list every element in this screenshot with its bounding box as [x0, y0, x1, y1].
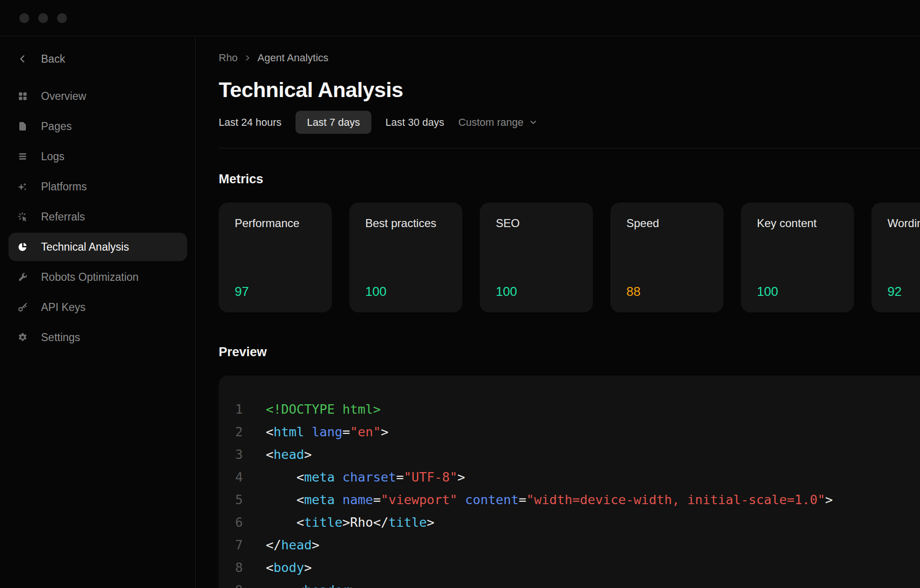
wrench-icon — [17, 272, 28, 282]
key-icon — [17, 302, 28, 312]
metric-card-label: Best practices — [365, 217, 446, 230]
metric-card-value: 100 — [365, 285, 446, 299]
metric-card-label: SEO — [496, 217, 577, 230]
tab-label: Last 30 days — [386, 116, 444, 129]
metric-card-label: Key content — [757, 217, 838, 230]
sidebar-item-label: API Keys — [41, 301, 86, 314]
page-title: Technical Analysis — [219, 77, 920, 103]
metric-card-seo: SEO100 — [480, 203, 593, 312]
window-titlebar — [0, 0, 920, 36]
code-line: 4 <meta charset="UTF-8"> — [235, 466, 920, 489]
sidebar-item-logs[interactable]: Logs — [8, 142, 187, 171]
code-line: 2<html lang="en"> — [235, 421, 920, 443]
chevron-left-icon — [17, 54, 28, 64]
metric-card-value: 100 — [757, 285, 838, 299]
sidebar-item-label: Pages — [41, 120, 72, 133]
metric-card-speed: Speed88 — [610, 203, 723, 312]
metrics-heading: Metrics — [219, 171, 920, 187]
metric-card-value: 88 — [626, 285, 707, 299]
line-number: 9 — [235, 579, 266, 588]
code-line-content: <body> — [266, 556, 312, 579]
metric-card-value: 92 — [887, 285, 920, 299]
line-number: 1 — [235, 398, 266, 421]
metric-card-key-content: Key content100 — [741, 203, 854, 312]
metric-card-value: 97 — [235, 285, 316, 299]
code-line: 7</head> — [235, 534, 920, 556]
grid-icon — [17, 91, 28, 101]
code-line-content: <meta name="viewport" content="width=dev… — [266, 489, 833, 511]
window-dot-2[interactable] — [38, 13, 48, 23]
metric-card-performance: Performance97 — [219, 203, 332, 312]
line-number: 7 — [235, 534, 266, 556]
back-label: Back — [41, 53, 65, 65]
tab-label: Custom range — [459, 116, 524, 129]
line-number: 3 — [235, 443, 266, 466]
metric-card-label: Performance — [235, 217, 316, 230]
code-line-content: <html lang="en"> — [266, 421, 388, 443]
metric-cards-row[interactable]: Performance97Best practices100SEO100Spee… — [219, 203, 920, 312]
section-divider — [219, 148, 920, 148]
sidebar-item-technical-analysis[interactable]: Technical Analysis — [8, 233, 187, 261]
app-window: Back OverviewPagesLogsPlatformsReferrals… — [0, 0, 920, 588]
sidebar-item-settings[interactable]: Settings — [8, 323, 187, 351]
sidebar: Back OverviewPagesLogsPlatformsReferrals… — [0, 37, 196, 588]
tab-label: Last 24 hours — [219, 116, 281, 129]
cursor-click-icon — [17, 212, 28, 222]
metric-card-value: 100 — [496, 285, 577, 299]
sidebar-item-overview[interactable]: Overview — [8, 82, 187, 110]
code-line: 8<body> — [235, 556, 920, 579]
pie-chart-icon — [17, 242, 28, 252]
chevron-down-icon — [529, 118, 537, 126]
code-line-content: <!DOCTYPE html> — [266, 398, 381, 421]
time-range-tabs: Last 24 hoursLast 7 daysLast 30 daysCust… — [219, 111, 920, 134]
sidebar-item-label: Overview — [41, 90, 86, 103]
sidebar-item-label: Robots Optimization — [41, 271, 139, 284]
window-dot-1[interactable] — [19, 13, 29, 23]
window-dot-3[interactable] — [57, 13, 67, 23]
line-number: 2 — [235, 421, 266, 443]
document-icon — [17, 121, 28, 131]
sidebar-item-platforms[interactable]: Platforms — [8, 172, 187, 201]
gear-icon — [17, 332, 28, 343]
metric-card-wording: Wording92 — [871, 203, 920, 312]
sparkles-icon — [17, 181, 28, 192]
list-icon — [17, 151, 28, 162]
sidebar-item-label: Settings — [41, 331, 80, 344]
sidebar-item-api-keys[interactable]: API Keys — [8, 293, 187, 321]
breadcrumb-root[interactable]: Rho — [219, 52, 238, 64]
main-content[interactable]: Rho Agent Analytics Technical Analysis L… — [196, 37, 920, 588]
code-line: 5 <meta name="viewport" content="width=d… — [235, 489, 920, 511]
code-preview[interactable]: 1<!DOCTYPE html>2<html lang="en">3<head>… — [219, 376, 920, 588]
sidebar-nav: OverviewPagesLogsPlatformsReferralsTechn… — [0, 82, 195, 351]
sidebar-item-label: Logs — [41, 150, 65, 163]
sidebar-item-label: Referrals — [41, 211, 85, 223]
line-number: 4 — [235, 466, 266, 489]
tab-custom-range[interactable]: Custom range — [459, 111, 537, 134]
line-number: 8 — [235, 556, 266, 579]
preview-heading: Preview — [219, 344, 920, 360]
code-line-content: </head> — [266, 534, 320, 556]
metric-card-label: Speed — [626, 217, 707, 230]
tab-last-30-days[interactable]: Last 30 days — [386, 111, 444, 134]
tab-last-7-days[interactable]: Last 7 days — [296, 111, 371, 134]
sidebar-item-label: Platforms — [41, 180, 87, 193]
breadcrumb-current: Agent Analytics — [257, 52, 328, 64]
metric-card-best-practices: Best practices100 — [349, 203, 462, 312]
code-line-content: <header> — [266, 579, 358, 588]
sidebar-item-robots-optimization[interactable]: Robots Optimization — [8, 263, 187, 291]
chevron-right-icon — [244, 54, 251, 62]
code-line: 6 <title>Rho</title> — [235, 511, 920, 534]
sidebar-item-referrals[interactable]: Referrals — [8, 203, 187, 231]
code-line-content: <meta charset="UTF-8"> — [266, 466, 465, 489]
breadcrumb: Rho Agent Analytics — [219, 51, 920, 65]
tab-last-24-hours[interactable]: Last 24 hours — [219, 111, 281, 134]
code-line: 1<!DOCTYPE html> — [235, 398, 920, 421]
code-line: 9 <header> — [235, 579, 920, 588]
metric-card-label: Wording — [887, 217, 920, 230]
line-number: 6 — [235, 511, 266, 534]
sidebar-item-label: Technical Analysis — [41, 241, 129, 253]
tab-label: Last 7 days — [307, 116, 360, 129]
code-line-content: <title>Rho</title> — [266, 511, 435, 534]
sidebar-item-pages[interactable]: Pages — [8, 112, 187, 140]
back-button[interactable]: Back — [8, 46, 187, 72]
